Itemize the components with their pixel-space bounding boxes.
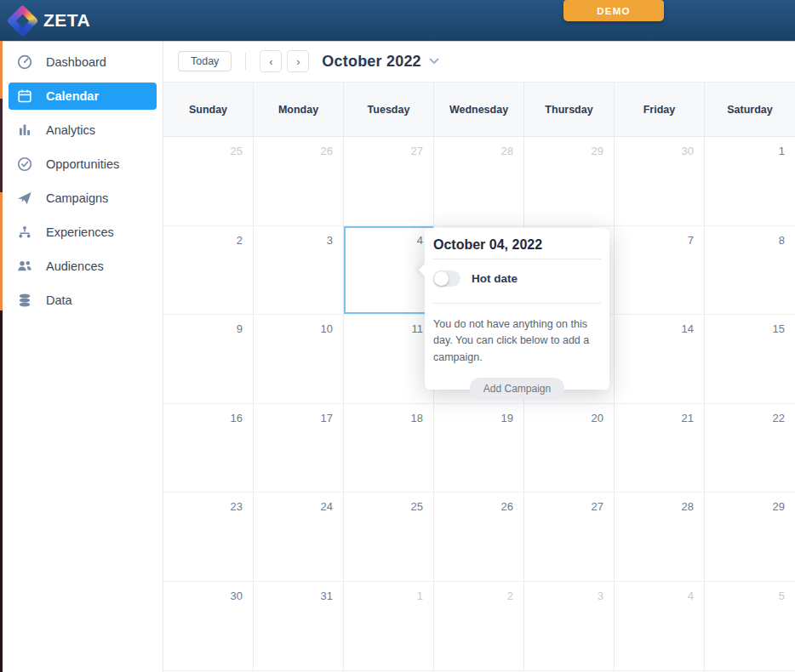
calendar-day-cell[interactable]: 1 [344, 582, 434, 671]
calendar-day-cell[interactable]: 25 [344, 493, 434, 582]
target-check-icon [16, 156, 33, 173]
sidebar-item-dashboard[interactable]: Dashboard [9, 45, 157, 79]
calendar-day-cell[interactable]: 11 [344, 315, 434, 404]
app-window: ZETA DEMO Dashboard Calendar [0, 0, 795, 672]
day-number: 5 [779, 589, 785, 602]
calendar-day-cell[interactable]: 8 [705, 226, 795, 316]
calendar-day-cell[interactable]: 10 [254, 315, 344, 404]
day-header: Friday [615, 83, 705, 136]
toolbar-divider [245, 53, 246, 70]
calendar-day-cell[interactable]: 26 [254, 137, 344, 226]
day-number: 21 [682, 412, 694, 424]
calendar-day-cell[interactable]: 20 [524, 404, 615, 493]
sidebar-item-label: Analytics [46, 123, 95, 137]
sidebar-item-label: Calendar [46, 89, 99, 103]
prev-month-button[interactable]: ‹ [260, 50, 282, 72]
zeta-logo-icon [6, 4, 38, 37]
calendar-day-cell[interactable]: 5 [705, 582, 795, 671]
day-number: 28 [682, 500, 694, 513]
calendar-day-cell[interactable]: 21 [615, 404, 705, 493]
popover-divider [433, 303, 601, 304]
calendar-day-cell[interactable]: 7 [615, 226, 705, 316]
brand[interactable]: ZETA [11, 9, 90, 32]
sidebar-item-audiences[interactable]: Audiences [9, 249, 157, 283]
hot-date-toggle[interactable] [433, 271, 460, 287]
sidebar: Dashboard Calendar Analytics [0, 41, 163, 672]
calendar-day-cell[interactable]: 30 [163, 582, 254, 671]
calendar-day-cell[interactable]: 28 [615, 493, 705, 582]
day-header: Sunday [163, 83, 254, 136]
popover-message: You do not have anything on this day. Yo… [433, 316, 601, 366]
day-number: 20 [592, 412, 603, 424]
calendar-day-cell[interactable]: 23 [163, 493, 254, 582]
calendar-day-header-row: SundayMondayTuesdayWednesdayThursdayFrid… [163, 82, 795, 137]
calendar-day-cell[interactable]: 19 [434, 404, 524, 493]
calendar-day-cell[interactable]: 18 [344, 404, 434, 493]
calendar-day-cell[interactable]: 29 [524, 137, 615, 226]
calendar-day-cell[interactable]: 28 [434, 137, 524, 226]
calendar-day-cell[interactable]: 17 [254, 404, 344, 493]
day-number: 18 [411, 412, 423, 424]
day-number: 30 [231, 589, 243, 602]
chevron-down-icon[interactable] [429, 58, 439, 65]
day-number: 22 [773, 412, 785, 424]
day-number: 24 [321, 500, 333, 513]
sidebar-item-experiences[interactable]: Experiences [9, 215, 157, 249]
day-header: Wednesday [434, 83, 524, 136]
sidebar-item-data[interactable]: Data [9, 283, 157, 317]
calendar-day-cell[interactable]: 1 [705, 137, 795, 226]
calendar-toolbar: Today ‹ › October 2022 [163, 41, 795, 82]
database-icon [16, 292, 33, 309]
sidebar-item-label: Campaigns [46, 191, 108, 205]
calendar-day-cell[interactable]: 14 [615, 315, 705, 404]
day-number: 23 [231, 500, 243, 513]
sidebar-item-label: Opportunities [46, 157, 119, 171]
calendar-day-cell[interactable]: 15 [705, 315, 795, 404]
calendar-day-cell[interactable]: 24 [254, 493, 344, 582]
left-edge-strip [0, 41, 3, 672]
calendar-day-cell[interactable]: 9 [163, 315, 254, 404]
calendar-day-cell[interactable]: 3 [524, 582, 615, 671]
calendar-day-cell[interactable]: 29 [705, 493, 795, 582]
day-number: 26 [321, 145, 333, 157]
add-campaign-button[interactable]: Add Campaign [470, 378, 564, 400]
sidebar-item-label: Dashboard [46, 55, 106, 69]
sidebar-item-campaigns[interactable]: Campaigns [9, 181, 157, 215]
popover-title: October 04, 2022 [433, 237, 601, 253]
bar-chart-icon [16, 122, 33, 139]
calendar-day-cell[interactable]: 2 [434, 582, 524, 671]
calendar-day-cell[interactable]: 16 [163, 404, 254, 493]
day-number: 1 [417, 589, 423, 602]
sidebar-item-calendar[interactable]: Calendar [9, 83, 157, 110]
calendar-day-cell[interactable]: 22 [705, 404, 795, 493]
calendar-day-cell[interactable]: 3 [254, 226, 344, 316]
day-number: 2 [507, 589, 513, 602]
calendar-day-cell[interactable]: 30 [615, 137, 705, 226]
calendar-day-cell[interactable]: 26 [434, 493, 524, 582]
calendar-day-cell[interactable]: 4 [615, 582, 705, 671]
sidebar-item-label: Experiences [46, 225, 114, 239]
day-number: 1 [779, 145, 785, 157]
next-month-button[interactable]: › [287, 50, 309, 72]
today-button[interactable]: Today [178, 51, 232, 71]
sidebar-item-opportunities[interactable]: Opportunities [9, 147, 157, 181]
day-number: 4 [417, 234, 423, 247]
day-number: 27 [592, 500, 603, 513]
day-number: 4 [688, 589, 694, 602]
dashboard-gauge-icon [16, 54, 33, 71]
day-number: 3 [327, 234, 333, 247]
calendar-grid: 2526272829301234567891011121314151617181… [163, 137, 795, 671]
calendar-day-cell[interactable]: 25 [163, 137, 254, 226]
day-header: Monday [254, 83, 344, 136]
calendar-day-cell[interactable]: 27 [524, 493, 615, 582]
brand-text: ZETA [43, 10, 90, 31]
calendar-day-cell[interactable]: 27 [344, 137, 434, 226]
sidebar-item-analytics[interactable]: Analytics [9, 113, 157, 147]
day-number: 27 [411, 145, 423, 157]
calendar-day-cell[interactable]: 31 [254, 582, 344, 671]
day-number: 8 [779, 234, 785, 247]
day-number: 30 [682, 145, 694, 157]
calendar-day-cell[interactable]: 2 [163, 226, 254, 316]
demo-badge: DEMO [563, 0, 664, 21]
day-number: 25 [231, 145, 243, 157]
